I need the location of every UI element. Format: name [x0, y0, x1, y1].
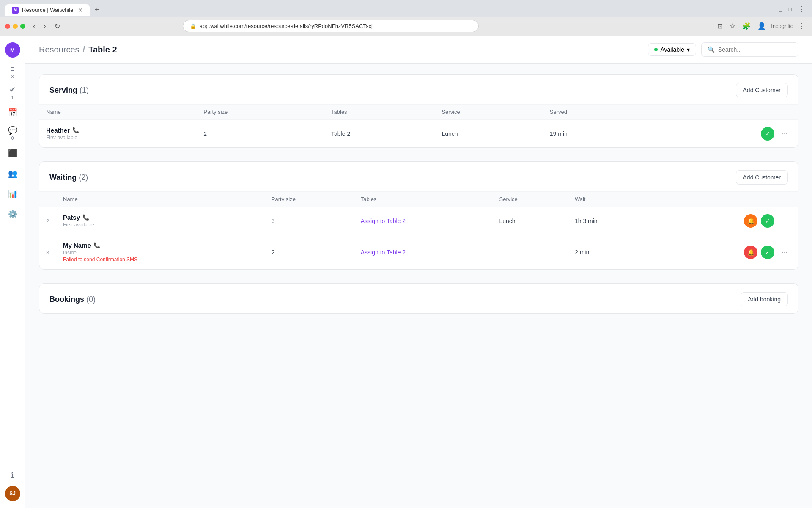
minimize-traffic-light[interactable]	[13, 24, 18, 29]
serving-actions: ✓ ···	[649, 120, 798, 148]
breadcrumb: Resources / Table 2	[39, 45, 117, 55]
sidebar-item-queue[interactable]: ≡ 3	[3, 63, 22, 81]
myname-check-button[interactable]: ✓	[761, 246, 774, 259]
people-icon: 👥	[8, 169, 17, 178]
serving-title-text: Serving	[49, 86, 77, 94]
profile-icon[interactable]: 👤	[756, 20, 768, 32]
maximize-traffic-light[interactable]	[20, 24, 25, 29]
bookings-count: (0)	[86, 295, 96, 304]
bookings-title-text: Bookings	[49, 295, 84, 304]
waiting-col-name: Name	[56, 192, 265, 207]
extension-icon[interactable]: 🧩	[741, 20, 752, 32]
bookmark-icon[interactable]: ☆	[728, 20, 737, 32]
serving-more-button[interactable]: ···	[778, 127, 791, 141]
serving-add-customer-button[interactable]: Add Customer	[736, 83, 788, 97]
new-tab-button[interactable]: +	[91, 4, 103, 16]
row-number-myname: 3	[46, 249, 49, 256]
browser-tab-bar: M Resource | Waitwhile ✕ + ⎯ □ ⋮	[0, 0, 812, 17]
browser-menu-button[interactable]: ⋮	[797, 20, 807, 32]
serving-section-title: Serving (1)	[49, 86, 89, 95]
tab-title: Resource | Waitwhile	[22, 7, 73, 13]
sidebar-item-analytics[interactable]: 📊	[3, 185, 22, 203]
window-maximize-button[interactable]: □	[787, 5, 793, 14]
status-dot	[654, 48, 658, 51]
sidebar-user-avatar[interactable]: SJ	[5, 486, 20, 501]
myname-assign-link[interactable]: Assign to Table 2	[361, 249, 406, 256]
sidebar-bottom: ℹ SJ	[3, 466, 22, 501]
myname-bell-button[interactable]: 🔔	[744, 246, 757, 259]
serving-count: (1)	[80, 86, 89, 94]
reload-button[interactable]: ↻	[52, 20, 63, 32]
serving-col-service: Service	[435, 105, 543, 120]
window-more-button[interactable]: ⋮	[797, 3, 807, 15]
cast-icon[interactable]: ⊡	[716, 20, 724, 32]
serving-customer-name: Heather 📞	[46, 127, 190, 134]
myname-phone-icon: 📞	[93, 242, 100, 248]
settings-icon: ⚙️	[8, 210, 17, 219]
serving-section: Serving (1) Add Customer Name Party size…	[39, 74, 798, 148]
patsy-bell-button[interactable]: 🔔	[744, 214, 757, 228]
waiting-row-num-patsy: 2	[39, 207, 56, 235]
sidebar-item-settings[interactable]: ⚙️	[3, 205, 22, 224]
address-bar[interactable]: 🔒 app.waitwhile.com/resource/resource-de…	[183, 20, 479, 32]
sidebar-item-resources[interactable]: ⬛	[3, 144, 22, 163]
close-traffic-light[interactable]	[5, 24, 10, 29]
waiting-col-service: Service	[492, 192, 568, 207]
browser-tab[interactable]: M Resource | Waitwhile ✕	[5, 4, 90, 16]
patsy-party-size: 3	[265, 207, 354, 235]
status-label: Available	[660, 46, 684, 53]
sidebar-app-avatar: M	[5, 42, 20, 58]
sidebar-item-info[interactable]: ℹ	[3, 466, 22, 484]
search-input[interactable]	[718, 46, 792, 53]
sidebar: M ≡ 3 ✔ 1 📅 💬 0 ⬛ 👥 📊 ⚙️ ℹ	[0, 36, 25, 508]
serving-name-text: Heather	[46, 127, 70, 134]
myname-party-size: 2	[265, 235, 354, 270]
serving-served-time: 19 min	[543, 120, 649, 148]
row-number: 2	[46, 218, 49, 224]
serving-col-actions	[649, 105, 798, 120]
patsy-assign-link[interactable]: Assign to Table 2	[361, 218, 406, 224]
serving-party-size: 2	[197, 120, 324, 148]
breadcrumb-parent[interactable]: Resources	[39, 45, 80, 55]
browser-actions: ⊡ ☆ 🧩 👤 Incognito ⋮	[716, 20, 807, 32]
sidebar-item-messages[interactable]: 💬 0	[3, 124, 22, 142]
waiting-table-header-row: Name Party size Tables Service Wait	[39, 192, 798, 207]
serving-customer-sub: First available	[46, 135, 190, 141]
browser-address-bar: ‹ › ↻ 🔒 app.waitwhile.com/resource/resou…	[0, 17, 812, 36]
patsy-table-cell: Assign to Table 2	[354, 207, 493, 235]
main-content: Resources / Table 2 Available ▾ 🔍	[25, 36, 812, 508]
myname-more-button[interactable]: ···	[778, 246, 791, 259]
sidebar-item-people[interactable]: 👥	[3, 164, 22, 183]
serving-table: Name Party size Tables Service Served	[39, 104, 798, 147]
search-bar[interactable]: 🔍	[701, 42, 798, 57]
window-minimize-button[interactable]: ⎯	[777, 5, 784, 14]
bookings-section: Bookings (0) Add booking	[39, 283, 798, 314]
waiting-col-num	[39, 192, 56, 207]
waiting-col-party: Party size	[265, 192, 354, 207]
serving-check-button[interactable]: ✓	[761, 127, 774, 141]
patsy-check-button[interactable]: ✓	[761, 214, 774, 228]
bookings-add-button[interactable]: Add booking	[741, 292, 788, 306]
back-button[interactable]: ‹	[30, 21, 38, 32]
header-actions: Available ▾ 🔍	[648, 42, 798, 57]
waiting-customer-name-myname: My Name 📞	[63, 242, 258, 249]
serving-table-header-row: Name Party size Tables Service Served	[39, 105, 798, 120]
sidebar-item-tasks[interactable]: ✔ 1	[3, 83, 22, 102]
waiting-table: Name Party size Tables Service Wait 2	[39, 191, 798, 269]
patsy-action-group: 🔔 ✓ ···	[661, 214, 791, 228]
serving-col-served: Served	[543, 105, 649, 120]
patsy-more-button[interactable]: ···	[778, 214, 791, 228]
waiting-add-customer-button[interactable]: Add Customer	[736, 170, 788, 185]
forward-button[interactable]: ›	[41, 21, 48, 32]
status-badge[interactable]: Available ▾	[648, 43, 696, 56]
sidebar-item-calendar[interactable]: 📅	[3, 103, 22, 122]
myname-customer-sub: Inside	[63, 250, 258, 256]
tasks-icon: ✔	[9, 85, 16, 94]
waiting-section: Waiting (2) Add Customer Name Party size…	[39, 161, 798, 270]
serving-customer-name-cell: Heather 📞 First available	[39, 120, 197, 148]
calendar-icon: 📅	[8, 108, 17, 117]
patsy-phone-icon: 📞	[82, 214, 89, 221]
patsy-wait: 1h 3 min	[568, 207, 654, 235]
tab-close-button[interactable]: ✕	[78, 7, 83, 14]
info-icon: ℹ	[11, 470, 14, 480]
